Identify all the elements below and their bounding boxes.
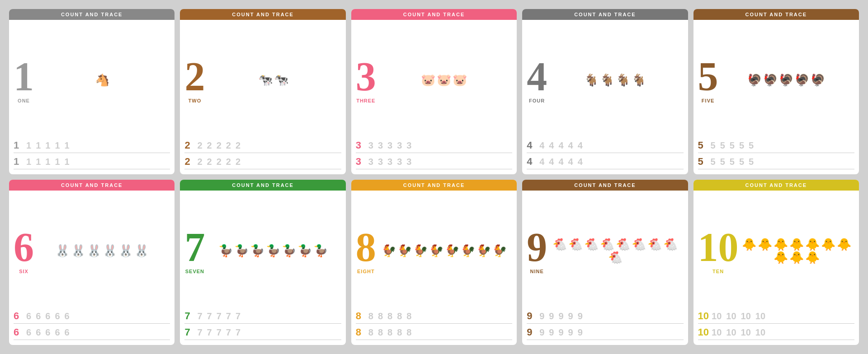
card-nine-body: 9 NINE 🐔 🐔 🐔 🐔 🐔 🐔 🐔 🐔 🐔 9 [522, 191, 688, 345]
td: 5 [739, 140, 744, 151]
trace-lead-2: 5 [698, 156, 708, 168]
card-four-trace: 4 4 4 4 4 4 4 4 4 4 4 [527, 138, 683, 171]
card-seven-header: COUNT AND TRACE [180, 180, 345, 191]
td: 1 [26, 157, 31, 167]
td: 8 [397, 327, 402, 338]
card-three-number-col: 3 THREE [356, 56, 376, 103]
td: 3 [378, 140, 383, 151]
td: 5 [711, 157, 716, 167]
card-eight-number-col: 8 EIGHT [356, 227, 376, 274]
td: 2 [197, 157, 202, 167]
trace-lead-2: 4 [527, 156, 537, 168]
card-six-word: SIX [19, 269, 28, 274]
td: 2 [217, 157, 222, 167]
td: 8 [397, 311, 402, 321]
td: 4 [578, 140, 583, 151]
td: 2 [207, 157, 212, 167]
card-nine: COUNT AND TRACE 9 NINE 🐔 🐔 🐔 🐔 🐔 🐔 🐔 🐔 🐔 [522, 180, 688, 345]
td: 10 [712, 327, 722, 338]
animal-rabbit-1: 🐰 [55, 245, 70, 256]
td: 9 [558, 311, 563, 321]
animal-pig-1: 🐷 [421, 74, 435, 86]
td: 4 [578, 157, 583, 167]
animal-duck-1: 🦆 [218, 245, 233, 256]
trace-dots-2: 5 5 5 5 5 [711, 157, 854, 167]
card-seven-word: SEVEN [185, 269, 204, 274]
card-one-animals: 🐴 [34, 74, 170, 86]
animal-turkey-2: 🦃 [763, 74, 778, 86]
trace-row-1: 3 3 3 3 3 3 [356, 138, 512, 153]
card-four-word: FOUR [529, 98, 545, 103]
trace-row-1: 9 9 9 9 9 9 [527, 309, 683, 324]
card-two-word: TWO [189, 98, 202, 103]
card-one-header: COUNT AND TRACE [9, 9, 175, 20]
trace-dots-1: 6 6 6 6 6 [26, 311, 170, 321]
animal-goat-1: 🐐 [584, 74, 599, 86]
trace-lead-2: 2 [184, 156, 194, 168]
animal-chick-2: 🐥 [758, 238, 772, 250]
card-eight-animals: 🐓 🐓 🐓 🐓 🐓 🐓 🐓 🐓 [376, 245, 512, 256]
animal-duck-2: 🦆 [234, 245, 249, 256]
card-eight-body: 8 EIGHT 🐓 🐓 🐓 🐓 🐓 🐓 🐓 🐓 8 [351, 191, 517, 345]
card-four-big-number: 4 [527, 56, 547, 97]
trace-row-1: 6 6 6 6 6 6 [14, 309, 170, 324]
animal-pig-3: 🐷 [453, 74, 467, 86]
trace-dots-1: 5 5 5 5 5 [711, 140, 854, 151]
td: 9 [578, 311, 583, 321]
td: 10 [755, 311, 765, 321]
td: 9 [539, 311, 544, 321]
card-one: COUNT AND TRACE 1 ONE 🐴 1 1 1 1 [9, 9, 175, 174]
card-two-body: 2 TWO 🐄 🐄 2 2 2 2 2 2 [180, 20, 345, 174]
animal-duck-7: 🦆 [313, 245, 328, 256]
trace-dots-2: 4 4 4 4 4 [539, 157, 683, 167]
trace-row-2: 6 6 6 6 6 6 [14, 325, 170, 340]
card-seven: COUNT AND TRACE 7 SEVEN 🦆 🦆 🦆 🦆 🦆 🦆 🦆 [180, 180, 345, 345]
td: 7 [236, 311, 241, 321]
animal-rabbit-2: 🐰 [71, 245, 85, 256]
card-ten-big-number: 10 [698, 227, 739, 268]
td: 10 [726, 311, 736, 321]
trace-dots-1: 1 1 1 1 1 [26, 140, 170, 151]
animal-chick-5: 🐥 [805, 238, 820, 250]
td: 7 [236, 327, 241, 338]
td: 10 [741, 311, 751, 321]
td: 8 [368, 311, 373, 321]
td: 5 [730, 140, 735, 151]
animal-chick-3: 🐥 [774, 238, 788, 250]
card-nine-animals: 🐔 🐔 🐔 🐔 🐔 🐔 🐔 🐔 🐔 [547, 238, 683, 263]
card-eight: COUNT AND TRACE 8 EIGHT 🐓 🐓 🐓 🐓 🐓 🐓 🐓 🐓 [351, 180, 517, 345]
card-one-big-number: 1 [14, 56, 34, 97]
card-five: COUNT AND TRACE 5 FIVE 🦃 🦃 🦃 🦃 🦃 5 [693, 9, 859, 174]
trace-row-1: 10 10 10 10 10 [698, 309, 854, 324]
card-five-header: COUNT AND TRACE [693, 9, 859, 20]
td: 3 [397, 140, 402, 151]
animal-duck-3: 🦆 [250, 245, 264, 256]
td: 8 [387, 327, 392, 338]
trace-lead-2: 8 [356, 326, 366, 338]
worksheet-grid: COUNT AND TRACE 1 ONE 🐴 1 1 1 1 [9, 9, 859, 345]
td: 9 [558, 327, 563, 338]
trace-row-1: 1 1 1 1 1 1 [14, 138, 170, 153]
card-six-big-number: 6 [14, 227, 34, 268]
td: 2 [217, 140, 222, 151]
animal-rooster-3: 🐓 [413, 245, 428, 256]
card-seven-top: 7 SEVEN 🦆 🦆 🦆 🦆 🦆 🦆 🦆 [184, 194, 341, 307]
td: 8 [406, 327, 411, 338]
card-nine-top: 9 NINE 🐔 🐔 🐔 🐔 🐔 🐔 🐔 🐔 🐔 [527, 194, 683, 307]
card-four: COUNT AND TRACE 4 FOUR 🐐 🐐 🐐 🐐 4 [522, 9, 688, 174]
card-ten-body: 10 TEN 🐥 🐥 🐥 🐥 🐥 🐥 🐥 🐥 🐥 🐥 [693, 191, 859, 345]
card-two-top: 2 TWO 🐄 🐄 [184, 23, 341, 136]
card-ten-word: TEN [712, 269, 724, 274]
card-six-number-col: 6 SIX [14, 227, 34, 274]
td: 5 [739, 157, 744, 167]
trace-lead-1: 7 [184, 310, 194, 322]
td: 10 [741, 327, 751, 338]
td: 9 [578, 327, 583, 338]
td: 5 [711, 140, 716, 151]
animal-chick-9: 🐥 [789, 252, 804, 263]
card-seven-big-number: 7 [184, 227, 205, 268]
animal-hen-6: 🐔 [632, 238, 646, 250]
trace-row-1: 8 8 8 8 8 8 [356, 309, 512, 324]
card-four-top: 4 FOUR 🐐 🐐 🐐 🐐 [527, 23, 683, 136]
trace-dots-1: 2 2 2 2 2 [197, 140, 341, 151]
